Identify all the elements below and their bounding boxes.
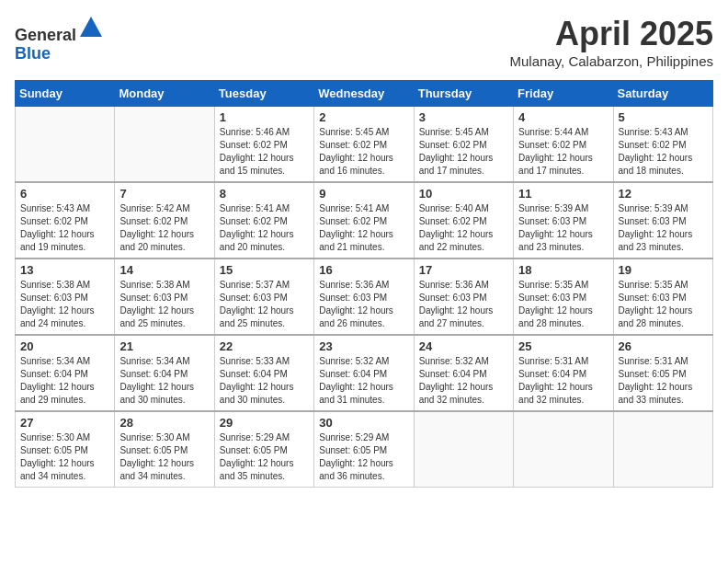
day-number: 7: [119, 187, 209, 201]
day-detail: Sunrise: 5:31 AM Sunset: 6:04 PM Dayligh…: [518, 355, 608, 407]
day-detail: Sunrise: 5:36 AM Sunset: 6:03 PM Dayligh…: [419, 279, 508, 330]
day-number: 19: [619, 263, 708, 277]
svg-marker-0: [80, 17, 102, 37]
day-detail: Sunrise: 5:34 AM Sunset: 6:04 PM Dayligh…: [119, 355, 209, 407]
day-number: 20: [20, 339, 109, 353]
day-detail: Sunrise: 5:46 AM Sunset: 6:02 PM Dayligh…: [220, 126, 309, 178]
calendar-cell: 4Sunrise: 5:44 AM Sunset: 6:02 PM Daylig…: [514, 107, 613, 183]
page-header: General Blue April 2025 Mulanay, Calabar…: [15, 15, 713, 69]
calendar-cell: 8Sunrise: 5:41 AM Sunset: 6:02 PM Daylig…: [214, 182, 313, 259]
day-detail: Sunrise: 5:36 AM Sunset: 6:03 PM Dayligh…: [319, 279, 408, 330]
day-detail: Sunrise: 5:42 AM Sunset: 6:02 PM Dayligh…: [119, 202, 209, 254]
calendar-cell: [16, 107, 115, 183]
day-detail: Sunrise: 5:44 AM Sunset: 6:02 PM Dayligh…: [518, 126, 608, 178]
day-number: 24: [419, 339, 508, 353]
day-number: 21: [119, 339, 209, 353]
day-number: 16: [319, 263, 408, 277]
calendar-cell: 28Sunrise: 5:30 AM Sunset: 6:05 PM Dayli…: [115, 411, 214, 488]
day-number: 5: [619, 110, 708, 124]
day-detail: Sunrise: 5:34 AM Sunset: 6:04 PM Dayligh…: [20, 355, 109, 407]
day-detail: Sunrise: 5:38 AM Sunset: 6:03 PM Dayligh…: [20, 279, 109, 330]
day-number: 27: [20, 416, 109, 430]
day-number: 6: [20, 187, 109, 201]
weekday-header-row: SundayMondayTuesdayWednesdayThursdayFrid…: [16, 81, 713, 107]
day-detail: Sunrise: 5:33 AM Sunset: 6:04 PM Dayligh…: [220, 355, 309, 407]
calendar-cell: 27Sunrise: 5:30 AM Sunset: 6:05 PM Dayli…: [16, 411, 115, 488]
calendar-cell: 20Sunrise: 5:34 AM Sunset: 6:04 PM Dayli…: [16, 335, 115, 411]
day-detail: Sunrise: 5:35 AM Sunset: 6:03 PM Dayligh…: [619, 279, 708, 330]
day-number: 23: [319, 339, 408, 353]
weekday-monday: Monday: [115, 81, 214, 107]
logo-icon: [78, 15, 104, 40]
day-number: 14: [119, 263, 209, 277]
day-number: 25: [518, 339, 608, 353]
calendar-cell: [613, 411, 712, 488]
day-number: 22: [220, 339, 309, 353]
calendar-cell: 17Sunrise: 5:36 AM Sunset: 6:03 PM Dayli…: [414, 259, 513, 335]
location: Mulanay, Calabarzon, Philippines: [509, 53, 713, 69]
day-detail: Sunrise: 5:41 AM Sunset: 6:02 PM Dayligh…: [319, 202, 408, 254]
day-detail: Sunrise: 5:39 AM Sunset: 6:03 PM Dayligh…: [619, 202, 708, 254]
calendar-cell: 22Sunrise: 5:33 AM Sunset: 6:04 PM Dayli…: [214, 335, 313, 411]
calendar-cell: 13Sunrise: 5:38 AM Sunset: 6:03 PM Dayli…: [16, 259, 115, 335]
calendar-cell: 11Sunrise: 5:39 AM Sunset: 6:03 PM Dayli…: [514, 182, 613, 259]
calendar-cell: 16Sunrise: 5:36 AM Sunset: 6:03 PM Dayli…: [314, 259, 414, 335]
calendar-cell: 1Sunrise: 5:46 AM Sunset: 6:02 PM Daylig…: [214, 107, 313, 183]
day-detail: Sunrise: 5:30 AM Sunset: 6:05 PM Dayligh…: [119, 431, 209, 483]
calendar-cell: 14Sunrise: 5:38 AM Sunset: 6:03 PM Dayli…: [115, 259, 214, 335]
day-number: 3: [419, 110, 508, 124]
day-number: 12: [619, 187, 708, 201]
calendar-cell: 6Sunrise: 5:43 AM Sunset: 6:02 PM Daylig…: [16, 182, 115, 259]
day-detail: Sunrise: 5:31 AM Sunset: 6:05 PM Dayligh…: [619, 355, 708, 407]
calendar-cell: 23Sunrise: 5:32 AM Sunset: 6:04 PM Dayli…: [314, 335, 414, 411]
calendar-cell: 5Sunrise: 5:43 AM Sunset: 6:02 PM Daylig…: [613, 107, 712, 183]
day-number: 2: [319, 110, 408, 124]
day-detail: Sunrise: 5:32 AM Sunset: 6:04 PM Dayligh…: [319, 355, 408, 407]
day-detail: Sunrise: 5:39 AM Sunset: 6:03 PM Dayligh…: [518, 202, 608, 254]
calendar-cell: 15Sunrise: 5:37 AM Sunset: 6:03 PM Dayli…: [214, 259, 313, 335]
day-detail: Sunrise: 5:41 AM Sunset: 6:02 PM Dayligh…: [220, 202, 309, 254]
week-row-4: 20Sunrise: 5:34 AM Sunset: 6:04 PM Dayli…: [16, 335, 713, 411]
day-number: 9: [319, 187, 408, 201]
calendar-cell: 2Sunrise: 5:45 AM Sunset: 6:02 PM Daylig…: [314, 107, 414, 183]
day-detail: Sunrise: 5:37 AM Sunset: 6:03 PM Dayligh…: [220, 279, 309, 330]
calendar-cell: 21Sunrise: 5:34 AM Sunset: 6:04 PM Dayli…: [115, 335, 214, 411]
calendar-cell: 9Sunrise: 5:41 AM Sunset: 6:02 PM Daylig…: [314, 182, 414, 259]
calendar-cell: 30Sunrise: 5:29 AM Sunset: 6:05 PM Dayli…: [314, 411, 414, 488]
calendar-cell: 25Sunrise: 5:31 AM Sunset: 6:04 PM Dayli…: [514, 335, 613, 411]
day-detail: Sunrise: 5:43 AM Sunset: 6:02 PM Dayligh…: [619, 126, 708, 178]
week-row-3: 13Sunrise: 5:38 AM Sunset: 6:03 PM Dayli…: [16, 259, 713, 335]
day-number: 18: [518, 263, 608, 277]
day-number: 11: [518, 187, 608, 201]
weekday-saturday: Saturday: [613, 81, 712, 107]
title-block: April 2025 Mulanay, Calabarzon, Philippi…: [509, 15, 713, 69]
week-row-1: 1Sunrise: 5:46 AM Sunset: 6:02 PM Daylig…: [16, 107, 713, 183]
calendar-cell: 3Sunrise: 5:45 AM Sunset: 6:02 PM Daylig…: [414, 107, 513, 183]
day-number: 26: [619, 339, 708, 353]
day-detail: Sunrise: 5:45 AM Sunset: 6:02 PM Dayligh…: [419, 126, 508, 178]
day-detail: Sunrise: 5:32 AM Sunset: 6:04 PM Dayligh…: [419, 355, 508, 407]
day-number: 8: [220, 187, 309, 201]
day-number: 28: [119, 416, 209, 430]
week-row-5: 27Sunrise: 5:30 AM Sunset: 6:05 PM Dayli…: [16, 411, 713, 488]
calendar-table: SundayMondayTuesdayWednesdayThursdayFrid…: [15, 80, 713, 488]
logo-blue: Blue: [15, 44, 51, 63]
weekday-sunday: Sunday: [16, 81, 115, 107]
logo: General Blue: [15, 15, 104, 63]
calendar-cell: [414, 411, 513, 488]
day-detail: Sunrise: 5:29 AM Sunset: 6:05 PM Dayligh…: [319, 431, 408, 483]
day-number: 4: [518, 110, 608, 124]
day-detail: Sunrise: 5:35 AM Sunset: 6:03 PM Dayligh…: [518, 279, 608, 330]
calendar-cell: 7Sunrise: 5:42 AM Sunset: 6:02 PM Daylig…: [115, 182, 214, 259]
weekday-thursday: Thursday: [414, 81, 513, 107]
logo-general: General: [15, 26, 76, 44]
day-detail: Sunrise: 5:45 AM Sunset: 6:02 PM Dayligh…: [319, 126, 408, 178]
day-detail: Sunrise: 5:43 AM Sunset: 6:02 PM Dayligh…: [20, 202, 109, 254]
weekday-wednesday: Wednesday: [314, 81, 414, 107]
calendar-cell: 12Sunrise: 5:39 AM Sunset: 6:03 PM Dayli…: [613, 182, 712, 259]
week-row-2: 6Sunrise: 5:43 AM Sunset: 6:02 PM Daylig…: [16, 182, 713, 259]
calendar-cell: 24Sunrise: 5:32 AM Sunset: 6:04 PM Dayli…: [414, 335, 513, 411]
calendar-cell: 10Sunrise: 5:40 AM Sunset: 6:02 PM Dayli…: [414, 182, 513, 259]
calendar-cell: [115, 107, 214, 183]
day-detail: Sunrise: 5:38 AM Sunset: 6:03 PM Dayligh…: [119, 279, 209, 330]
